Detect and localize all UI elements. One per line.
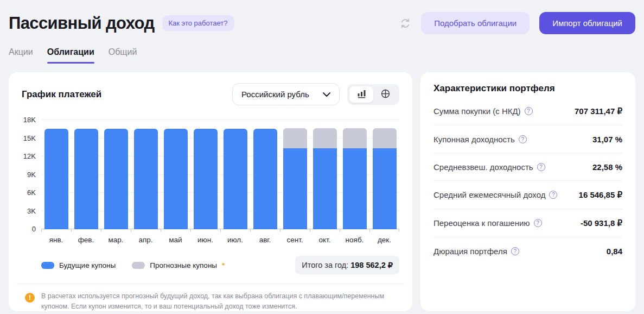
bars-row [41,120,399,229]
x-axis-tick [41,229,42,232]
y-axis-tick-label: 18K [23,116,36,124]
bar-segment-future [224,129,247,229]
pie-chart-view-button[interactable] [373,86,397,103]
page: Пассивный доход Как это работает? Подобр… [0,0,644,311]
chart-bar-авг[interactable] [253,129,277,229]
x-axis-tick [71,229,72,232]
help-icon[interactable]: ? [534,219,542,227]
portfolio-title: Характеристики портфеля [433,83,622,97]
chart-footer: Будущие купоны Прогнозные купоны* Итого … [22,256,399,274]
year-total-value: 198 562,2 ₽ [350,261,393,269]
bar-segment-future [194,129,218,229]
x-axis-label: апр. [132,236,160,244]
x-axis-tick [280,229,280,232]
x-axis-tick [369,229,370,232]
y-axis-tick-label: 6K [27,189,36,197]
chart-bar-фев[interactable] [74,129,98,229]
x-axis-tick [399,229,399,232]
currency-select-value: Российский рубль [241,90,309,99]
how-it-works-badge[interactable]: Как это работает? [162,15,234,31]
currency-select[interactable]: Российский рубль [232,83,340,105]
row-label-text: Переоценка к погашению [433,218,530,228]
chart-bar-нояб[interactable] [343,128,367,229]
x-axis-label: фев. [73,236,100,244]
chart-bar-май[interactable] [164,129,188,229]
legend-label: Будущие купоны [59,261,116,269]
bar-segment-future [134,129,158,229]
content: График платежей Российский рубль [9,72,635,311]
chart-bar-окт[interactable] [313,128,337,229]
chart-bar-мар[interactable] [104,129,128,229]
row-value: 16 546,85 ₽ [579,190,622,200]
x-axis-label: мар. [103,236,130,244]
x-axis-label: янв. [43,236,70,244]
chevron-down-icon [313,92,330,97]
row-label: Средний ежемесячный доход ? [433,190,557,199]
row-label: Переоценка к погашению ? [433,218,542,228]
chart-legend: Будущие купоны Прогнозные купоны* [41,261,225,269]
row-value: 707 311,47 ₽ [575,106,622,116]
x-axis-label: май [162,236,189,244]
page-title: Пассивный доход [9,14,155,33]
row-label: Дюрация портфеля ? [433,247,519,256]
bar-segment-forecast [373,128,397,148]
bar-chart-view-button[interactable] [349,86,373,103]
bar-segment-future [253,129,277,229]
chart-bar-сент[interactable] [283,128,307,229]
legend-swatch-blue [41,262,54,269]
chart-bar-июн[interactable] [194,129,218,229]
chart-bar-янв[interactable] [44,129,68,229]
help-icon[interactable]: ? [537,163,545,171]
row-value: 31,07 % [592,135,622,144]
import-bonds-button[interactable]: Импорт облигаций [539,12,635,34]
row-label: Сумма покупки (с НКД) ? [433,106,533,116]
pick-bonds-button[interactable]: Подобрать облигации [421,12,530,34]
x-axis-tick [340,229,340,232]
legend-label: Прогнозные купоны [150,261,217,269]
portfolio-row-avg-monthly-income: Средний ежемесячный доход ? 16 546,85 ₽ [433,181,622,209]
x-axis-label: нояб. [341,236,368,244]
warning-text: В расчетах используется прогнозный будущ… [41,291,395,312]
tab-bonds[interactable]: Облигации [47,47,94,64]
portfolio-characteristics-card: Характеристики портфеля Сумма покупки (с… [420,72,635,311]
x-axis-tick [190,229,191,232]
chart-x-axis-ticks [41,229,399,232]
help-icon[interactable]: ? [519,135,527,143]
bar-segment-future [104,129,128,229]
help-icon[interactable]: ? [549,191,557,199]
y-axis-tick-label: 0 [32,225,36,233]
row-label-text: Средний ежемесячный доход [433,190,545,199]
legend-asterisk: * [222,261,225,269]
bar-segment-future [343,148,367,229]
help-icon[interactable]: ? [511,247,519,255]
divider [16,284,405,284]
chart-bar-июл[interactable] [224,129,247,229]
pie-chart-icon [380,89,391,101]
x-axis-tick [220,229,221,232]
bar-segment-forecast [343,128,367,148]
tab-general[interactable]: Общий [109,47,137,64]
y-axis-tick-label: 3K [27,207,36,215]
year-total-label: Итого за год: [302,261,348,269]
tabs: Акции Облигации Общий [9,47,635,64]
row-label-text: Сумма покупки (с НКД) [433,106,521,116]
x-axis-tick [161,229,161,232]
bar-segment-future [283,148,307,229]
row-label-text: Дюрация портфеля [433,247,507,256]
forecast-warning: ! В расчетах используется прогнозный буд… [22,291,399,312]
row-label-text: Средневзвеш. доходность [433,162,533,172]
chart-bar-дек[interactable] [373,128,397,229]
refresh-icon[interactable] [399,17,411,29]
x-axis-label: дек. [371,236,398,244]
portfolio-row-coupon-yield: Купонная доходность ? 31,07 % [433,125,622,153]
x-axis-label: июл. [222,236,249,244]
x-axis-tick [250,229,251,232]
payments-bar-chart: 18K15K12K9K6K3K0 янв.фев.мар.апр.майиюн.… [22,120,399,244]
tab-stocks[interactable]: Акции [9,47,33,64]
x-axis-label: авг. [252,236,279,244]
y-axis-tick-label: 15K [23,134,36,142]
x-axis-tick [101,229,101,232]
x-axis-tick [131,229,131,232]
chart-bar-апр[interactable] [134,129,158,229]
help-icon[interactable]: ? [525,107,533,115]
